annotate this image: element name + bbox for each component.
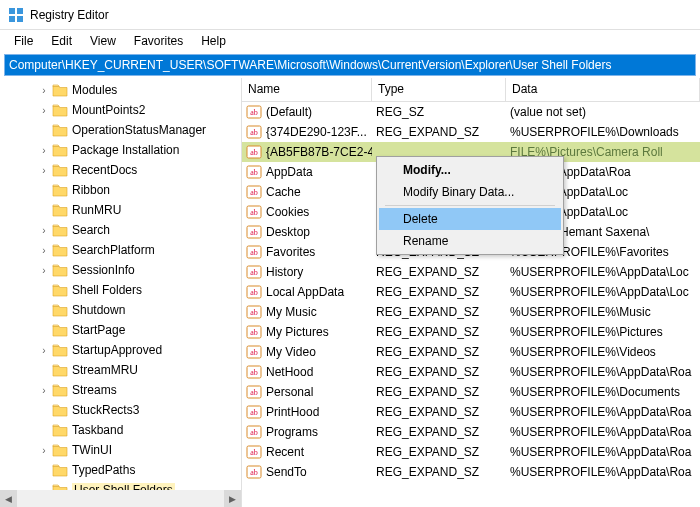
tree-item[interactable]: ›Modules <box>0 80 241 100</box>
tree-item[interactable]: StuckRects3 <box>0 400 241 420</box>
cell-name-text: {374DE290-123F... <box>266 125 367 139</box>
context-menu: Modify... Modify Binary Data... Delete R… <box>376 156 564 255</box>
tree-item[interactable]: StartPage <box>0 320 241 340</box>
menu-help[interactable]: Help <box>193 32 234 50</box>
tree-scrollbar-horizontal[interactable]: ◀ ▶ <box>0 490 241 507</box>
svg-text:ab: ab <box>250 108 258 117</box>
cell-name: abDesktop <box>242 225 372 239</box>
cell-data: %USERPROFILE%\AppData\Roa <box>506 405 700 419</box>
cell-name: ab{AB5FB87B-7CE2-4F8... <box>242 145 372 159</box>
list-row[interactable]: abMy MusicREG_EXPAND_SZ%USERPROFILE%\Mus… <box>242 302 700 322</box>
list-row[interactable]: abSendToREG_EXPAND_SZ%USERPROFILE%\AppDa… <box>242 462 700 482</box>
scroll-left-arrow[interactable]: ◀ <box>0 490 17 507</box>
svg-text:ab: ab <box>250 468 258 477</box>
folder-icon <box>52 183 68 197</box>
chevron-right-icon[interactable]: › <box>36 145 52 156</box>
cell-name-text: SendTo <box>266 465 307 479</box>
reg-string-icon: ab <box>246 345 262 359</box>
cell-name: abMy Music <box>242 305 372 319</box>
tree-item[interactable]: Ribbon <box>0 180 241 200</box>
col-header-name[interactable]: Name <box>242 78 372 101</box>
menu-view[interactable]: View <box>82 32 124 50</box>
cell-type: REG_EXPAND_SZ <box>372 325 506 339</box>
list-row[interactable]: abPrintHoodREG_EXPAND_SZ%USERPROFILE%\Ap… <box>242 402 700 422</box>
chevron-right-icon[interactable]: › <box>36 85 52 96</box>
tree-item[interactable]: ›Streams <box>0 380 241 400</box>
menu-edit[interactable]: Edit <box>43 32 80 50</box>
list-row[interactable]: abLocal AppDataREG_EXPAND_SZ%USERPROFILE… <box>242 282 700 302</box>
cell-type: REG_SZ <box>372 105 506 119</box>
tree-item[interactable]: ›TWinUI <box>0 440 241 460</box>
folder-icon <box>52 363 68 377</box>
window-title: Registry Editor <box>30 8 109 22</box>
cell-name: abPrograms <box>242 425 372 439</box>
chevron-right-icon[interactable]: › <box>36 445 52 456</box>
col-header-data[interactable]: Data <box>506 78 700 101</box>
svg-rect-2 <box>9 16 15 22</box>
cell-name: abPersonal <box>242 385 372 399</box>
cell-type: REG_EXPAND_SZ <box>372 405 506 419</box>
list-row[interactable]: abProgramsREG_EXPAND_SZ%USERPROFILE%\App… <box>242 422 700 442</box>
list-row[interactable]: abHistoryREG_EXPAND_SZ%USERPROFILE%\AppD… <box>242 262 700 282</box>
tree-item[interactable]: StreamMRU <box>0 360 241 380</box>
chevron-right-icon[interactable]: › <box>36 385 52 396</box>
col-header-type[interactable]: Type <box>372 78 506 101</box>
svg-text:ab: ab <box>250 248 258 257</box>
folder-icon <box>52 383 68 397</box>
path-input[interactable] <box>4 54 696 76</box>
cell-data: %USERPROFILE%\AppData\Roa <box>506 445 700 459</box>
tree-item[interactable]: ›SearchPlatform <box>0 240 241 260</box>
chevron-right-icon[interactable]: › <box>36 265 52 276</box>
ctx-delete[interactable]: Delete <box>379 208 561 230</box>
list-row[interactable]: ab(Default)REG_SZ(value not set) <box>242 102 700 122</box>
cell-data: %USERPROFILE%\Videos <box>506 345 700 359</box>
list-row[interactable]: abRecentREG_EXPAND_SZ%USERPROFILE%\AppDa… <box>242 442 700 462</box>
tree-item[interactable]: RunMRU <box>0 200 241 220</box>
reg-string-icon: ab <box>246 145 262 159</box>
tree-item[interactable]: OperationStatusManager <box>0 120 241 140</box>
tree-item[interactable]: ›MountPoints2 <box>0 100 241 120</box>
cell-name-text: My Video <box>266 345 316 359</box>
list-row[interactable]: ab{374DE290-123F...REG_EXPAND_SZ%USERPRO… <box>242 122 700 142</box>
svg-text:ab: ab <box>250 268 258 277</box>
chevron-right-icon[interactable]: › <box>36 345 52 356</box>
tree-item[interactable]: ›Package Installation <box>0 140 241 160</box>
menu-favorites[interactable]: Favorites <box>126 32 191 50</box>
cell-name: abFavorites <box>242 245 372 259</box>
app-icon <box>8 7 24 23</box>
chevron-right-icon[interactable]: › <box>36 245 52 256</box>
svg-rect-3 <box>17 16 23 22</box>
reg-string-icon: ab <box>246 285 262 299</box>
menu-file[interactable]: File <box>6 32 41 50</box>
tree-item[interactable]: TypedPaths <box>0 460 241 480</box>
ctx-modify-binary[interactable]: Modify Binary Data... <box>379 181 561 203</box>
tree-item[interactable]: ›Search <box>0 220 241 240</box>
chevron-right-icon[interactable]: › <box>36 105 52 116</box>
reg-string-icon: ab <box>246 185 262 199</box>
tree-item-label: OperationStatusManager <box>72 123 206 137</box>
tree-item[interactable]: Shell Folders <box>0 280 241 300</box>
ctx-modify[interactable]: Modify... <box>379 159 561 181</box>
list-row[interactable]: abMy VideoREG_EXPAND_SZ%USERPROFILE%\Vid… <box>242 342 700 362</box>
chevron-right-icon[interactable]: › <box>36 225 52 236</box>
tree-item[interactable]: ›SessionInfo <box>0 260 241 280</box>
tree-item[interactable]: ›StartupApproved <box>0 340 241 360</box>
chevron-right-icon[interactable]: › <box>36 165 52 176</box>
tree-item[interactable]: ›RecentDocs <box>0 160 241 180</box>
tree-item-label: Shutdown <box>72 303 125 317</box>
folder-icon <box>52 403 68 417</box>
svg-text:ab: ab <box>250 128 258 137</box>
svg-text:ab: ab <box>250 328 258 337</box>
tree-item[interactable]: Taskband <box>0 420 241 440</box>
cell-data: %USERPROFILE%\Documents <box>506 385 700 399</box>
list-row[interactable]: abMy PicturesREG_EXPAND_SZ%USERPROFILE%\… <box>242 322 700 342</box>
cell-name: abPrintHood <box>242 405 372 419</box>
list-row[interactable]: abNetHoodREG_EXPAND_SZ%USERPROFILE%\AppD… <box>242 362 700 382</box>
list-row[interactable]: abPersonalREG_EXPAND_SZ%USERPROFILE%\Doc… <box>242 382 700 402</box>
ctx-rename[interactable]: Rename <box>379 230 561 252</box>
tree-item[interactable]: Shutdown <box>0 300 241 320</box>
address-bar <box>4 54 696 78</box>
folder-icon <box>52 443 68 457</box>
scroll-right-arrow[interactable]: ▶ <box>224 490 241 507</box>
cell-name: ab(Default) <box>242 105 372 119</box>
